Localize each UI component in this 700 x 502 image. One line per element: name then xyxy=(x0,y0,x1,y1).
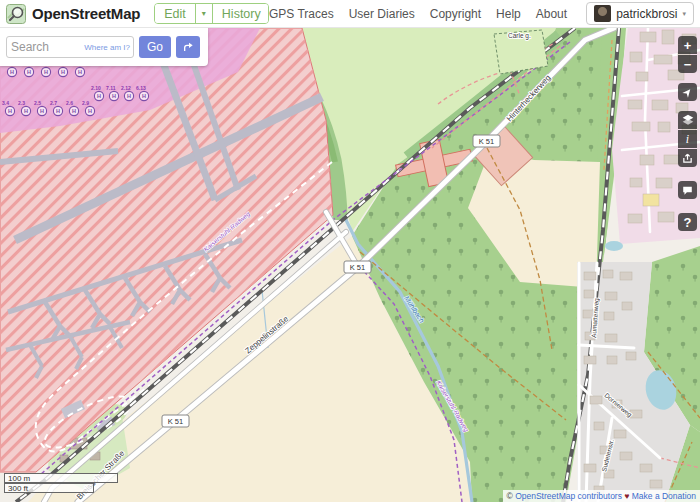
note-bubble-icon xyxy=(682,185,693,196)
add-note-button[interactable] xyxy=(678,181,697,199)
heart-icon: ♥ xyxy=(624,491,629,501)
search-panel: Where am I? Go xyxy=(0,28,208,66)
share-icon xyxy=(682,153,693,164)
donate-link[interactable]: Make a Donation xyxy=(632,491,696,501)
svg-text:H: H xyxy=(56,108,60,114)
svg-text:2.6: 2.6 xyxy=(66,100,73,106)
svg-text:7.11: 7.11 xyxy=(106,85,116,91)
svg-text:H: H xyxy=(127,93,131,99)
map-action-buttons: Edit ▾ History Export xyxy=(154,3,269,24)
svg-text:K 51: K 51 xyxy=(350,263,365,272)
user-menu[interactable]: patrickbrosi ▾ xyxy=(586,2,694,25)
svg-text:H: H xyxy=(112,93,116,99)
svg-text:2.10: 2.10 xyxy=(91,85,101,91)
locate-button[interactable] xyxy=(678,83,697,101)
svg-text:H: H xyxy=(27,69,31,75)
gps-traces-link[interactable]: GPS Traces xyxy=(269,7,334,21)
share-button[interactable] xyxy=(678,149,697,167)
attribution: © OpenStreetMap contributors ♥ Make a Do… xyxy=(503,490,700,502)
svg-text:H: H xyxy=(10,69,14,75)
top-navbar: OpenStreetMap Edit ▾ History Export GPS … xyxy=(0,0,700,28)
svg-text:H: H xyxy=(78,69,82,75)
svg-text:H: H xyxy=(97,93,101,99)
svg-text:H: H xyxy=(44,69,48,75)
svg-text:2.3: 2.3 xyxy=(18,100,25,106)
svg-text:H: H xyxy=(88,108,92,114)
edit-button[interactable]: Edit xyxy=(155,4,195,23)
map-key-button[interactable]: i xyxy=(678,130,697,148)
osm-contributors-link[interactable]: OpenStreetMap contributors xyxy=(515,491,622,501)
zoom-out-button[interactable]: − xyxy=(678,55,697,73)
navbar-links: GPS Traces User Diaries Copyright Help A… xyxy=(269,2,694,25)
svg-text:K 51: K 51 xyxy=(479,137,494,146)
info-icon: i xyxy=(686,133,689,145)
copyright-symbol: © xyxy=(507,491,513,501)
svg-text:H: H xyxy=(142,93,146,99)
about-link[interactable]: About xyxy=(536,7,567,21)
svg-text:6.13: 6.13 xyxy=(136,85,146,91)
zoom-in-button[interactable]: + xyxy=(678,36,697,54)
edit-dropdown-caret[interactable]: ▾ xyxy=(195,4,212,23)
layers-button[interactable] xyxy=(678,111,697,129)
plus-icon: + xyxy=(684,39,692,52)
svg-text:Carle g.: Carle g. xyxy=(508,32,531,40)
layers-icon xyxy=(682,114,694,126)
scale-bar: 100 m 300 ft xyxy=(4,473,118,493)
svg-text:K 51: K 51 xyxy=(168,417,183,426)
locate-arrow-icon xyxy=(682,87,693,98)
username: patrickbrosi xyxy=(616,7,677,21)
scale-imperial: 300 ft xyxy=(4,483,94,493)
minus-icon: − xyxy=(684,58,692,71)
search-field-wrap: Where am I? xyxy=(6,36,134,58)
user-menu-caret: ▾ xyxy=(682,10,686,18)
help-link[interactable]: Help xyxy=(496,7,521,21)
svg-text:2.7: 2.7 xyxy=(50,100,57,106)
map-controls: + − i ? xyxy=(678,36,697,233)
svg-text:2.5: 2.5 xyxy=(34,100,41,106)
question-icon: ? xyxy=(684,216,692,229)
go-button[interactable]: Go xyxy=(139,36,171,58)
map-canvas[interactable]: H2.4 H4.2 H1.6 H3.5 H2.8 H2.10 H7.11 H2.… xyxy=(0,28,700,502)
brand-title: OpenStreetMap xyxy=(32,5,140,22)
history-button[interactable]: History xyxy=(212,4,269,23)
where-am-i-link[interactable]: Where am I? xyxy=(84,43,130,52)
svg-text:H: H xyxy=(8,108,12,114)
user-diaries-link[interactable]: User Diaries xyxy=(349,7,415,21)
svg-text:3.4: 3.4 xyxy=(2,100,9,106)
svg-text:H: H xyxy=(72,108,76,114)
svg-text:2.12: 2.12 xyxy=(121,85,131,91)
copyright-link[interactable]: Copyright xyxy=(430,7,481,21)
directions-button[interactable] xyxy=(176,36,200,58)
svg-text:2.9: 2.9 xyxy=(82,100,89,106)
osm-logo-icon xyxy=(6,4,26,24)
scale-metric: 100 m xyxy=(4,473,118,483)
brand[interactable]: OpenStreetMap xyxy=(6,4,140,24)
avatar xyxy=(594,5,611,22)
svg-text:H: H xyxy=(61,69,65,75)
osm-web-app: H2.4 H4.2 H1.6 H3.5 H2.8 H2.10 H7.11 H2.… xyxy=(0,0,700,502)
directions-arrow-icon xyxy=(182,40,194,54)
query-features-button[interactable]: ? xyxy=(678,213,697,231)
map-render: H2.4 H4.2 H1.6 H3.5 H2.8 H2.10 H7.11 H2.… xyxy=(0,28,700,502)
svg-text:H: H xyxy=(40,108,44,114)
svg-text:H: H xyxy=(24,108,28,114)
